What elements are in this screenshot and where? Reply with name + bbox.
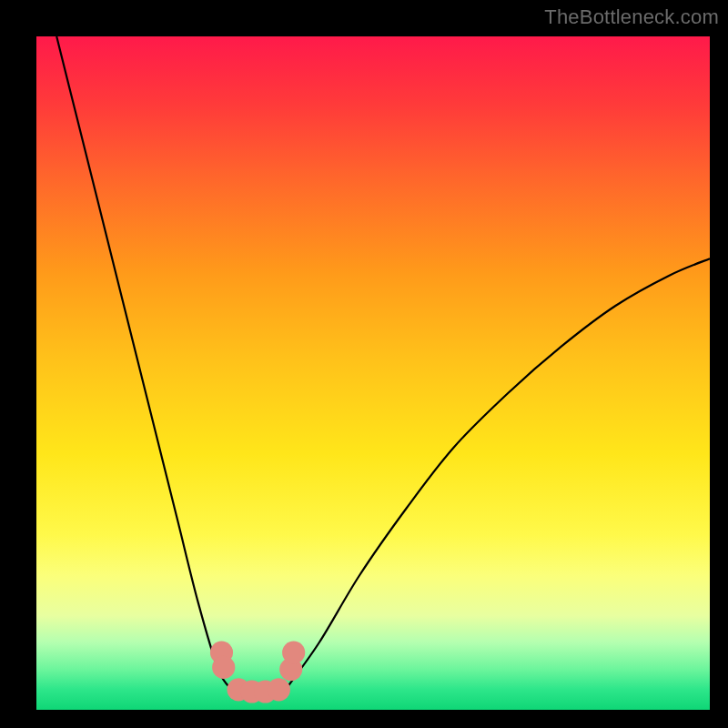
data-point [212,656,235,679]
data-point [282,642,305,664]
curve-right-branch [286,258,710,690]
chart-frame: TheBottleneck.com [0,0,728,728]
curve-layer [36,36,710,710]
plot-area [36,36,710,710]
data-point [268,678,290,701]
watermark-text: TheBottleneck.com [544,5,719,29]
data-points-group [210,642,305,703]
curve-left-branch [56,36,231,690]
